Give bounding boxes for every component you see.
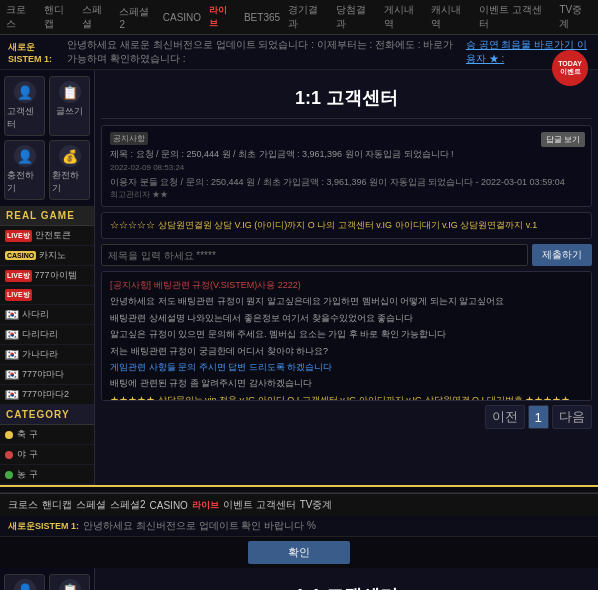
bottom-cross[interactable]: 크로스 xyxy=(8,498,38,512)
cat-label-2: 농 구 xyxy=(17,468,38,481)
live-header-badge: LIVE방 xyxy=(5,289,32,301)
chat-msg-0: [공지사항] 베팅관련 규정(V.SISTEM)사용 2222) xyxy=(110,278,583,292)
nav-handi[interactable]: 핸디캡 xyxy=(44,3,74,31)
ticker-label-2: 새로운SISTEM 1: xyxy=(8,520,79,533)
prev-btn-1[interactable]: 이전 xyxy=(485,405,525,429)
live-badge-0: LIVE방 xyxy=(5,230,32,242)
live-label-2: 777아이템 xyxy=(35,269,77,282)
live-section-header: LIVE방 xyxy=(0,286,94,305)
chat-msg-1: 안녕하세요 저도 배팅관련 규정이 뭔지 알고싶은데요 가입하면 멤버십이 어떻… xyxy=(110,294,583,308)
withdraw-btn[interactable]: 💰 환전하기 xyxy=(49,140,90,200)
sidebar-1: 👤 고객센터 📋 글쓰기 👤 충전하기 💰 환전하기 REAL GAME LIV… xyxy=(0,70,95,485)
write-icon-2: 📋 xyxy=(59,579,81,590)
sport-label-0: 사다리 xyxy=(22,308,49,321)
notice-box-1: 공지사항 답글 보기 제목 : 요청 / 문의 : 250,444 원 / 최초… xyxy=(101,125,592,207)
sport-item-2[interactable]: 🇰🇷 가나다라 xyxy=(0,345,94,365)
nav-cash[interactable]: 캐시내역 xyxy=(431,3,471,31)
cat-dot-2 xyxy=(5,471,13,479)
ticker-1: 새로운SISTEM 1: 안녕하세요 새로운 최신버전으로 업데이트 되었습니다… xyxy=(0,35,598,70)
user-icon-2: 👤 xyxy=(14,579,36,590)
customer-service-btn-2[interactable]: 👤 고객센터 xyxy=(4,574,45,590)
bottom-event[interactable]: 이벤트 고객센터 xyxy=(223,498,296,512)
user-icon: 👤 xyxy=(14,81,36,103)
submit-btn-top[interactable]: 확인 xyxy=(248,541,350,564)
write-btn[interactable]: 📋 글쓰기 xyxy=(49,76,90,136)
nav-winning[interactable]: 당첨결과 xyxy=(336,3,376,31)
cat-dot-0 xyxy=(5,431,13,439)
live-badge-1: CASINO xyxy=(5,251,36,260)
nav-cross[interactable]: 크로스 xyxy=(6,3,36,31)
write-icon: 📋 xyxy=(59,81,81,103)
bottom-tv[interactable]: TV중계 xyxy=(300,498,333,512)
support-title-2: 1:1 고객센터 xyxy=(101,574,592,590)
sport-item-4[interactable]: 🇰🇷 777야마다2 xyxy=(0,385,94,405)
real-game-header: REAL GAME xyxy=(0,206,94,226)
nav-results[interactable]: 경기결과 xyxy=(288,3,328,31)
write-btn-2[interactable]: 📋 글쓰기 xyxy=(49,574,90,590)
next-btn-1[interactable]: 다음 xyxy=(552,405,592,429)
chat-text-4: 저는 배팅관련 규정이 궁금한데 어디서 찾아야 하나요? xyxy=(110,346,328,356)
cat-label-0: 축 구 xyxy=(17,428,38,441)
customer-service-btn[interactable]: 👤 고객센터 xyxy=(4,76,45,136)
nav-casino-btn[interactable]: CASINO xyxy=(163,12,201,23)
chat-messages-1[interactable]: [공지사항] 베팅관련 규정(V.SISTEM)사용 2222) 안녕하세요 저… xyxy=(101,271,592,401)
live-item-0[interactable]: LIVE방 안전토큰 xyxy=(0,226,94,246)
support-title-1: 1:1 고객센터 xyxy=(101,76,592,119)
nav-history[interactable]: 게시내역 xyxy=(384,3,424,31)
charge-label: 충전하기 xyxy=(7,169,42,195)
nav-special2[interactable]: 스페셜2 xyxy=(119,5,154,30)
page-1-btn[interactable]: 1 xyxy=(528,405,549,429)
chat-msg-7: ★★★★★ 상담문의는 vip 전용 v.IG 아이디 O.I 고객센터 v.I… xyxy=(110,393,583,401)
chat-msg-6: 배팅에 관련된 규정 좀 알려주시면 감사하겠습니다 xyxy=(110,376,583,390)
chat-text-2: 배팅관련 상세설명 나와있는데서 좋은정보 여기서 찾을수있었어요 좋습니다 xyxy=(110,313,413,323)
bottom-special2[interactable]: 스페셜2 xyxy=(110,498,146,512)
sport-item-1[interactable]: 🇰🇷 다리다리 xyxy=(0,325,94,345)
cat-item-1[interactable]: 야 구 xyxy=(0,445,94,465)
chat-system-0: [공지사항] 베팅관련 규정(V.SISTEM)사용 2222) xyxy=(110,280,301,290)
cat-item-2[interactable]: 농 구 xyxy=(0,465,94,485)
live-label-1: 카지노 xyxy=(39,249,66,262)
chat-msg-2: 배팅관련 상세설명 나와있는데서 좋은정보 여기서 찾을수있었어요 좋습니다 xyxy=(110,311,583,325)
notice-text-1: 제목 : 요청 / 문의 : 250,444 원 / 최초 가입금액 : 3,9… xyxy=(110,148,583,161)
chat-admin-5: 게임관련 사항들 문의 주시면 답변 드리도록 하겠습니다 xyxy=(110,362,332,372)
submit-btn-1[interactable]: 제출하기 xyxy=(532,244,592,266)
flag-icon-3: 🇰🇷 xyxy=(5,370,19,380)
pagination-1: 이전 1 다음 xyxy=(101,401,592,433)
customer-service-label: 고객센터 xyxy=(7,105,42,131)
bottom-handi[interactable]: 핸디캡 xyxy=(42,498,72,512)
nav-special[interactable]: 스페셜 xyxy=(82,3,112,31)
user-panel-1: 👤 고객센터 📋 글쓰기 👤 충전하기 💰 환전하기 xyxy=(0,70,94,206)
section-1-layout: 👤 고객센터 📋 글쓰기 👤 충전하기 💰 환전하기 REAL GAME LIV… xyxy=(0,70,598,485)
charge-btn[interactable]: 👤 충전하기 xyxy=(4,140,45,200)
today-line2: 이벤트 xyxy=(560,68,581,76)
sport-label-2: 가나다라 xyxy=(22,348,58,361)
sport-item-3[interactable]: 🇰🇷 777야마다 xyxy=(0,365,94,385)
sport-item-0[interactable]: 🇰🇷 사다리 xyxy=(0,305,94,325)
ticker-2: 새로운SISTEM 1: 안녕하세요 최신버전으로 업데이트 확인 바랍니다 % xyxy=(0,516,598,537)
nav-event[interactable]: 이벤트 고객센터 xyxy=(479,3,551,31)
section-2-layout: 👤 고객센터 📋 글쓰기 👤 충전하기 💰 환전하기 REAL GAME LIV… xyxy=(0,568,598,590)
notice-view-btn-1[interactable]: 답글 보기 xyxy=(541,132,585,147)
live-item-2[interactable]: LIVE방 777아이템 xyxy=(0,266,94,286)
input-hint-text: ☆☆☆☆☆ 상담원연결원 상담 V.IG (아이디)까지 O 나의 고객센터 v… xyxy=(110,220,537,230)
submit-row: 확인 xyxy=(0,537,598,568)
today-event-badge[interactable]: TODAY 이벤트 xyxy=(552,50,588,86)
bottom-casino-btn[interactable]: CASINO xyxy=(150,500,188,511)
chat-msg-5: 게임관련 사항들 문의 주시면 답변 드리도록 하겠습니다 xyxy=(110,360,583,374)
live-item-1[interactable]: CASINO 카지노 xyxy=(0,246,94,266)
nav-tv[interactable]: TV중계 xyxy=(559,3,592,31)
main-content-1: 1:1 고객센터 공지사항 답글 보기 제목 : 요청 / 문의 : 250,4… xyxy=(95,70,598,485)
chat-msg-3: 알고싶은 규정이 있으면 문의해 주세요. 멤버십 요소는 가입 후 바로 확인… xyxy=(110,327,583,341)
cat-item-0[interactable]: 축 구 xyxy=(0,425,94,445)
search-input-1[interactable] xyxy=(101,244,528,266)
notice-extra-1: 이용자 분들 요청 / 문의 : 250,444 원 / 최초 가입금액 : 3… xyxy=(110,176,583,189)
cat-label-1: 야 구 xyxy=(17,448,38,461)
nav-bet365[interactable]: BET365 xyxy=(244,12,280,23)
bottom-special[interactable]: 스페셜 xyxy=(76,498,106,512)
sport-label-4: 777야마다2 xyxy=(22,388,69,401)
today-line1: TODAY xyxy=(558,60,582,68)
top-nav: 크로스 핸디캡 스페셜 스페셜2 CASINO 라이브 BET365 경기결과 … xyxy=(0,0,598,35)
category-header-1: CATEGORY xyxy=(0,405,94,425)
withdraw-label: 환전하기 xyxy=(52,169,87,195)
withdraw-icon: 💰 xyxy=(59,145,81,167)
